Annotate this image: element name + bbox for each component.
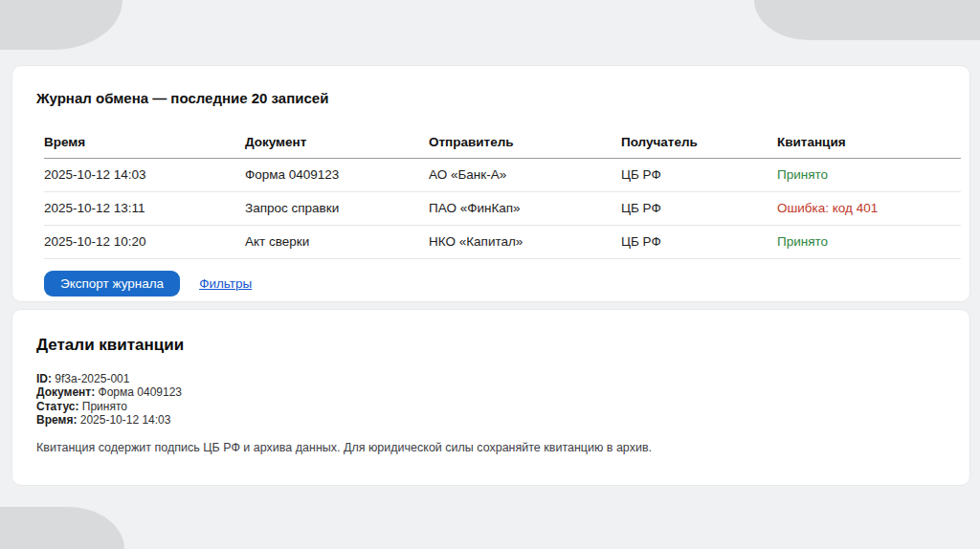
export-journal-button[interactable]: Экспорт журнала bbox=[44, 271, 180, 296]
receiver-cell: ЦБ РФ bbox=[621, 191, 777, 225]
receipt-status-cell: Принято bbox=[777, 225, 961, 258]
column-header-4: Получатель bbox=[621, 127, 777, 158]
receipt-details-card: Детали квитанции ID: 9f3a-2025-001Докуме… bbox=[11, 309, 970, 486]
receipt-note: Квитанция содержит подпись ЦБ РФ и архив… bbox=[36, 441, 950, 454]
receiver-cell: ЦБ РФ bbox=[621, 158, 777, 191]
journal-actions: Экспорт журнала Фильтры bbox=[44, 271, 950, 296]
filters-link[interactable]: Фильтры bbox=[199, 276, 252, 291]
sender-cell: НКО «Капитал» bbox=[429, 225, 621, 258]
decor-blob-top-right bbox=[754, 0, 980, 40]
time-cell: 2025-10-12 10:20 bbox=[44, 225, 245, 258]
document-cell: Акт сверки bbox=[245, 225, 429, 258]
time-cell: 2025-10-12 14:03 bbox=[44, 158, 245, 191]
sender-cell: АО «Банк-А» bbox=[429, 158, 621, 191]
decor-blob-bottom-left bbox=[0, 507, 124, 549]
table-header-row: ВремяДокументОтправительПолучательКвитан… bbox=[44, 127, 961, 158]
receipt-status-cell: Ошибка: код 401 bbox=[777, 191, 961, 225]
table-row: 2025-10-12 14:03Форма 0409123АО «Банк-А»… bbox=[44, 158, 961, 191]
receipt-details-title: Детали квитанции bbox=[36, 336, 950, 355]
journal-table: ВремяДокументОтправительПолучательКвитан… bbox=[44, 127, 961, 259]
column-header-1: Время bbox=[44, 127, 245, 158]
receipt-field: Документ: Форма 0409123 bbox=[36, 385, 950, 399]
receipt-field: Время: 2025-10-12 14:03 bbox=[36, 413, 950, 427]
receipt-field: Статус: Принято bbox=[36, 400, 950, 413]
receipt-status-cell: Принято bbox=[777, 158, 961, 191]
table-row: 2025-10-12 13:11Запрос справкиПАО «ФинКа… bbox=[44, 191, 961, 225]
document-cell: Форма 0409123 bbox=[245, 158, 429, 191]
decor-blob-top-left bbox=[0, 0, 122, 50]
exchange-journal-card: Журнал обмена — последние 20 записей Вре… bbox=[11, 65, 970, 302]
column-header-5: Квитанция bbox=[777, 127, 961, 158]
column-header-3: Отправитель bbox=[429, 127, 621, 158]
time-cell: 2025-10-12 13:11 bbox=[44, 191, 245, 225]
journal-title: Журнал обмена — последние 20 записей bbox=[36, 90, 950, 106]
receiver-cell: ЦБ РФ bbox=[621, 225, 777, 258]
document-cell: Запрос справки bbox=[245, 191, 429, 225]
receipt-fields: ID: 9f3a-2025-001Документ: Форма 0409123… bbox=[36, 372, 950, 428]
table-row: 2025-10-12 10:20Акт сверкиНКО «Капитал»Ц… bbox=[44, 225, 961, 258]
column-header-2: Документ bbox=[245, 127, 429, 158]
receipt-field: ID: 9f3a-2025-001 bbox=[36, 372, 950, 385]
sender-cell: ПАО «ФинКап» bbox=[429, 191, 621, 225]
